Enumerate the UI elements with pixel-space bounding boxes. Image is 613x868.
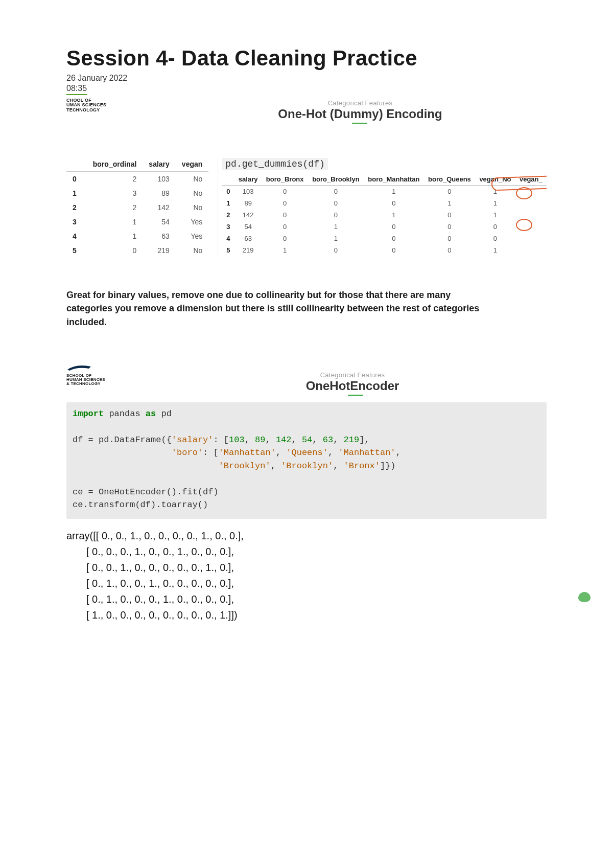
cell: 0 bbox=[262, 209, 308, 221]
table-row: 22142No bbox=[66, 200, 208, 215]
cell: 1 bbox=[475, 197, 515, 209]
slide1-overline: Categorical Features bbox=[174, 99, 547, 107]
cell: 3 bbox=[87, 186, 143, 200]
slide1-heading: Categorical Features One-Hot (Dummy) Enc… bbox=[66, 99, 547, 121]
cell: 103 bbox=[143, 172, 175, 187]
table-row: 3154Yes bbox=[66, 215, 208, 229]
cell: 0 bbox=[262, 197, 308, 209]
code-line-7: ce = OneHotEncoder().fit(df) bbox=[73, 487, 219, 497]
slide2-overline: Categorical Features bbox=[158, 371, 547, 379]
row-index: 4 bbox=[66, 229, 87, 243]
cell: No bbox=[176, 186, 208, 200]
cell: 63 bbox=[234, 233, 262, 244]
code-txt: pd bbox=[156, 409, 172, 419]
cell bbox=[515, 244, 547, 256]
col-salary: salary bbox=[143, 157, 175, 172]
cell: 0 bbox=[262, 221, 308, 233]
document-page: Session 4- Data Cleaning Practice 26 Jan… bbox=[0, 0, 613, 868]
cell: 0 bbox=[424, 186, 475, 198]
cell: 0 bbox=[424, 209, 475, 221]
cell: 0 bbox=[308, 244, 364, 256]
cell: 1 bbox=[364, 186, 424, 198]
code-txt: pandas bbox=[104, 409, 146, 419]
row-index: 3 bbox=[222, 221, 234, 233]
code-line-8: ce.transform(df).toarray() bbox=[73, 500, 208, 510]
note-date: 26 January 2022 bbox=[66, 74, 547, 83]
cell: 1 bbox=[364, 209, 424, 221]
table-row: 1389No bbox=[66, 186, 208, 200]
cell: 0 bbox=[308, 186, 364, 198]
col-vegan: vegan bbox=[176, 157, 208, 172]
col-boro-ordinal: boro_ordinal bbox=[87, 157, 143, 172]
cell bbox=[515, 186, 547, 198]
table-row: 214200101 bbox=[222, 209, 547, 221]
input-table: boro_ordinal salary vegan 02103No1389No2… bbox=[66, 157, 208, 258]
cell: 54 bbox=[143, 215, 175, 229]
cell: 219 bbox=[234, 244, 262, 256]
cell: 103 bbox=[234, 186, 262, 198]
table-row: 18900011 bbox=[222, 197, 547, 209]
cell: 0 bbox=[87, 243, 143, 258]
array-output: array([[ 0., 0., 1., 0., 0., 0., 0., 1.,… bbox=[66, 528, 547, 623]
chat-bubble-icon bbox=[578, 592, 591, 602]
cell: No bbox=[176, 200, 208, 215]
table-row: 46301000 bbox=[222, 233, 547, 244]
table-row: 35401000 bbox=[222, 221, 547, 233]
slide1-content: boro_ordinal salary vegan 02103No1389No2… bbox=[66, 157, 547, 258]
table-row: 521910001 bbox=[222, 244, 547, 256]
code-block-onehotencoder: import pandas as pd df = pd.DataFrame({'… bbox=[66, 402, 547, 519]
swoosh-logo-icon bbox=[66, 364, 92, 372]
cell bbox=[515, 221, 547, 233]
cell: 142 bbox=[143, 200, 175, 215]
cell: 0 bbox=[475, 221, 515, 233]
cell: 219 bbox=[143, 243, 175, 258]
cell: 0 bbox=[364, 244, 424, 256]
output-table: salaryboro_Bronxboro_Brooklynboro_Manhat… bbox=[222, 173, 547, 256]
row-index: 0 bbox=[66, 172, 87, 187]
cell: 63 bbox=[143, 229, 175, 243]
cell: 1 bbox=[262, 244, 308, 256]
cell: 0 bbox=[308, 209, 364, 221]
slide2-title: OneHotEncoder bbox=[306, 379, 399, 393]
cell: 0 bbox=[424, 233, 475, 244]
cell: 2 bbox=[87, 200, 143, 215]
cell: 1 bbox=[475, 209, 515, 221]
cell: 54 bbox=[234, 221, 262, 233]
row-index: 5 bbox=[222, 244, 234, 256]
cell: 0 bbox=[475, 233, 515, 244]
row-index: 3 bbox=[66, 215, 87, 229]
output-col: boro_Brooklyn bbox=[308, 173, 364, 186]
code-snippet-get-dummies: pd.get_dummies(df) bbox=[222, 158, 327, 170]
cell: 2 bbox=[87, 172, 143, 187]
cell: 0 bbox=[308, 197, 364, 209]
row-index: 1 bbox=[222, 197, 234, 209]
code-line-5: 'Brooklyn', 'Brooklyn', 'Bronx']}) bbox=[73, 461, 396, 471]
output-col: boro_Bronx bbox=[262, 173, 308, 186]
cell: 1 bbox=[475, 244, 515, 256]
cell: 0 bbox=[262, 233, 308, 244]
slide2-header: SCHOOL OF HUMAN SCIENCES & TECHNOLOGY Ca… bbox=[66, 364, 547, 393]
cell: Yes bbox=[176, 229, 208, 243]
cell bbox=[515, 209, 547, 221]
table-row: 010300101 bbox=[222, 186, 547, 198]
cell: 1 bbox=[308, 233, 364, 244]
cell: 0 bbox=[364, 197, 424, 209]
cell: 1 bbox=[424, 197, 475, 209]
cell bbox=[515, 233, 547, 244]
input-table-header: boro_ordinal salary vegan bbox=[66, 157, 208, 172]
kw-import: import bbox=[73, 409, 104, 419]
cell: 0 bbox=[424, 221, 475, 233]
output-col: boro_Queens bbox=[424, 173, 475, 186]
cell: No bbox=[176, 243, 208, 258]
row-index: 2 bbox=[66, 200, 87, 215]
slide1-title: One-Hot (Dummy) Encoding bbox=[278, 107, 442, 121]
row-index: 0 bbox=[222, 186, 234, 198]
cell: 89 bbox=[234, 197, 262, 209]
cell: 1 bbox=[87, 229, 143, 243]
cell: 0 bbox=[364, 233, 424, 244]
cell: 0 bbox=[364, 221, 424, 233]
cell: 1 bbox=[87, 215, 143, 229]
kw-as: as bbox=[146, 409, 156, 419]
row-index: 4 bbox=[222, 233, 234, 244]
row-index: 1 bbox=[66, 186, 87, 200]
